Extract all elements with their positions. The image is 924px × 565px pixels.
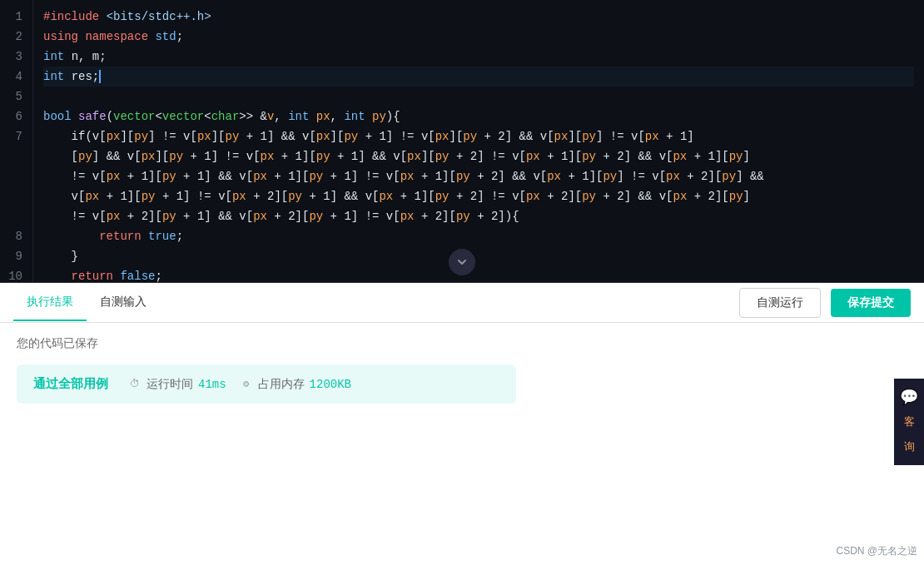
code-line-7d: v[px + 1][py + 1] != v[px + 2][py + 1] &…	[43, 186, 914, 206]
code-line-8: return true;	[43, 226, 914, 246]
code-line-1: #include <bits/stdc++.h>	[43, 7, 914, 27]
chat-icon[interactable]: 💬	[897, 385, 921, 409]
runtime-value: 41ms	[198, 378, 226, 391]
memory-icon: ⚙	[240, 378, 253, 391]
memory-label: 占用内存	[258, 377, 305, 392]
runtime-label: 运行时间	[147, 377, 193, 392]
consult-icon[interactable]: 询	[897, 435, 921, 458]
code-line-9: }	[43, 246, 914, 266]
line-numbers: 1 2 3 4 5 6 7 8 9 10	[0, 0, 33, 282]
result-meta: ⏱ 运行时间 41ms ⚙ 占用内存 1200KB	[128, 377, 351, 392]
memory-item: ⚙ 占用内存 1200KB	[240, 377, 351, 392]
tabs-left: 执行结果 自测输入	[13, 285, 160, 321]
toolbar-right: 自测运行 保存提交	[739, 288, 911, 318]
save-status: 您的代码已保存	[17, 336, 907, 351]
code-line-5	[43, 87, 914, 107]
code-line-10: return false;	[43, 266, 914, 282]
code-line-6: bool safe(vector<vector<char>> &v, int p…	[43, 107, 914, 126]
test-run-button[interactable]: 自测运行	[739, 288, 821, 318]
customer-icon[interactable]: 客	[897, 410, 921, 434]
code-line-2: using namespace std;	[43, 27, 914, 47]
tabs-toolbar: 执行结果 自测输入 自测运行 保存提交	[0, 283, 924, 323]
submit-button[interactable]: 保存提交	[831, 289, 911, 317]
watermark: CSDN @无名之逆	[836, 544, 917, 558]
results-area: 您的代码已保存 通过全部用例 ⏱ 运行时间 41ms ⚙ 占用内存 1200KB	[0, 323, 924, 565]
code-line-3: int n, m;	[43, 47, 914, 67]
scroll-down-button[interactable]	[449, 249, 475, 275]
code-line-4: int res;	[43, 67, 914, 87]
runtime-item: ⏱ 运行时间 41ms	[128, 377, 226, 392]
code-editor[interactable]: 1 2 3 4 5 6 7 8 9 10 #include <bits/stdc…	[0, 0, 924, 283]
code-line-7c: != v[px + 1][py + 1] && v[px + 1][py + 1…	[43, 166, 914, 186]
pass-label: 通过全部用例	[33, 376, 108, 392]
tab-results[interactable]: 执行结果	[13, 285, 87, 321]
memory-value: 1200KB	[310, 378, 351, 391]
clock-icon: ⏱	[128, 378, 142, 391]
code-lines: #include <bits/stdc++.h> using namespace…	[33, 0, 924, 282]
result-card: 通过全部用例 ⏱ 运行时间 41ms ⚙ 占用内存 1200KB	[17, 364, 516, 404]
code-line-7a: if(v[px][py] != v[px][py + 1] && v[px][p…	[43, 126, 914, 146]
tab-test-input[interactable]: 自测输入	[87, 285, 160, 321]
right-sidebar: 💬 客 询	[894, 379, 924, 465]
code-line-7e: != v[px + 2][py + 1] && v[px + 2][py + 1…	[43, 206, 914, 226]
code-line-7b: [py] && v[px][py + 1] != v[px + 1][py + …	[43, 146, 914, 166]
